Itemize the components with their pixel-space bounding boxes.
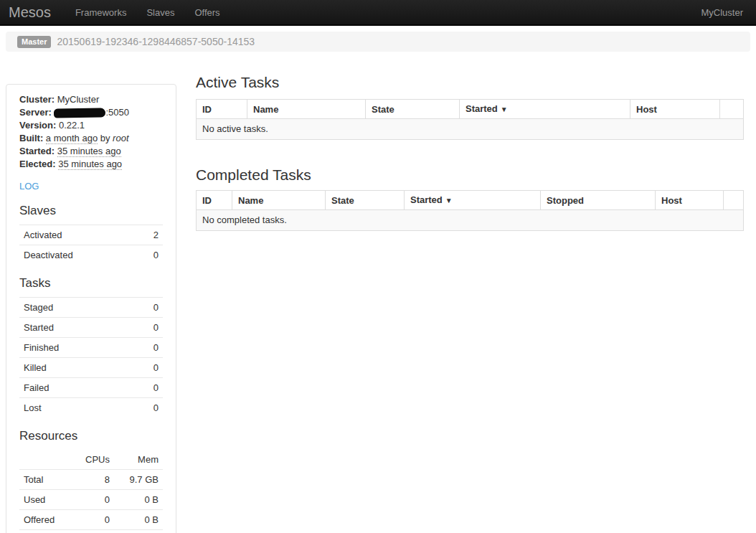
- column-header-started[interactable]: Started▼: [460, 100, 630, 119]
- resources-label: Idle: [19, 530, 77, 533]
- stat-row-killed: Killed0: [19, 358, 163, 378]
- version-value: 0.22.1: [59, 120, 85, 131]
- stat-label: Killed: [19, 358, 128, 378]
- stat-row-deactivated: Deactivated0: [19, 245, 163, 265]
- column-header-state[interactable]: State: [326, 191, 405, 210]
- version-label: Version:: [19, 120, 56, 131]
- resources-label: Used: [19, 490, 77, 510]
- stat-label: Started: [19, 318, 128, 338]
- header-row: IDNameStateStarted▼StoppedHost: [197, 191, 744, 210]
- column-header-name[interactable]: Name: [232, 191, 326, 210]
- cluster-value: MyCluster: [57, 94, 100, 105]
- stat-row-started: Started0: [19, 318, 163, 338]
- nav-item-offers[interactable]: Offers: [184, 7, 230, 18]
- column-header-spacer: [720, 100, 744, 119]
- breadcrumb: Master 20150619-192346-1298446857-5050-1…: [6, 32, 750, 52]
- column-header-state[interactable]: State: [366, 100, 460, 119]
- elected-label: Elected:: [19, 159, 56, 169]
- column-header-id[interactable]: ID: [197, 191, 232, 210]
- top-navbar: Mesos Frameworks Slaves Offers MyCluster: [0, 0, 756, 26]
- slaves-section-title: Slaves: [19, 204, 163, 218]
- master-badge: Master: [17, 36, 51, 48]
- stat-label: Activated: [19, 225, 135, 245]
- cluster-label: Cluster:: [19, 94, 55, 105]
- server-port: :5050: [105, 107, 129, 118]
- resources-header-mem: Mem: [114, 450, 163, 470]
- resources-mem: 9.7 GB: [114, 530, 163, 533]
- resources-label: Offered: [19, 510, 77, 530]
- version-line: Version: 0.22.1: [19, 119, 163, 132]
- resources-mem: 0 B: [114, 510, 163, 530]
- completed-tasks-table: IDNameStateStarted▼StoppedHostNo complet…: [196, 190, 744, 231]
- empty-state-message: No active tasks.: [197, 119, 744, 140]
- resources-row-offered: Offered00 B: [19, 510, 163, 530]
- resources-table: CPUsMemTotal89.7 GBUsed00 BOffered00 BId…: [19, 450, 163, 533]
- column-header-started[interactable]: Started▼: [405, 191, 541, 210]
- stat-value: 0: [128, 298, 163, 318]
- column-header-host[interactable]: Host: [630, 100, 720, 119]
- stat-value: 2: [135, 225, 163, 245]
- nav-item-frameworks[interactable]: Frameworks: [65, 7, 137, 18]
- column-header-spacer: [724, 191, 744, 210]
- stat-row-failed: Failed0: [19, 378, 163, 398]
- column-header-host[interactable]: Host: [656, 191, 724, 210]
- redacted-server-address: [54, 108, 105, 118]
- elected-value: 35 minutes ago: [58, 159, 122, 170]
- stat-value: 0: [128, 318, 163, 338]
- resources-row-idle: Idle89.7 GB: [19, 530, 163, 533]
- server-line: Server: :5050: [19, 106, 163, 119]
- stat-value: 0: [128, 378, 163, 398]
- resources-cpus: 8: [77, 470, 114, 490]
- resources-mem: 9.7 GB: [114, 470, 163, 490]
- resources-header-spacer: [19, 450, 77, 470]
- resources-mem: 0 B: [114, 490, 163, 510]
- column-header-id[interactable]: ID: [197, 100, 247, 119]
- active-tasks-title: Active Tasks: [196, 73, 743, 91]
- stat-label: Failed: [19, 378, 128, 398]
- stat-value: 0: [128, 358, 163, 378]
- stat-value: 0: [128, 398, 163, 418]
- stat-row-lost: Lost0: [19, 398, 163, 418]
- stat-row-staged: Staged0: [19, 298, 163, 318]
- master-info-panel: Cluster: MyCluster Server: :5050 Version…: [6, 84, 176, 533]
- cluster-name: MyCluster: [701, 7, 756, 18]
- empty-state-message: No completed tasks.: [197, 210, 744, 231]
- log-link[interactable]: LOG: [19, 181, 39, 192]
- resources-row-used: Used00 B: [19, 490, 163, 510]
- active-tasks-table: IDNameStateStarted▼HostNo active tasks.: [196, 99, 744, 140]
- sort-desc-icon: ▼: [445, 197, 453, 204]
- master-info: Cluster: MyCluster Server: :5050 Version…: [19, 93, 163, 171]
- cluster-line: Cluster: MyCluster: [19, 93, 163, 106]
- header-row: IDNameStateStarted▼Host: [197, 100, 744, 119]
- resources-label: Total: [19, 470, 77, 490]
- master-id: 20150619-192346-1298446857-5050-14153: [57, 36, 255, 47]
- resources-section-title: Resources: [19, 429, 163, 443]
- started-line: Started: 35 minutes ago: [19, 145, 163, 158]
- built-by: by: [100, 133, 110, 143]
- stat-label: Deactivated: [19, 245, 135, 265]
- nav-item-slaves[interactable]: Slaves: [136, 7, 184, 18]
- stat-row-finished: Finished0: [19, 338, 163, 358]
- resources-cpus: 0: [77, 510, 114, 530]
- resources-cpus: 8: [77, 530, 114, 533]
- column-header-name[interactable]: Name: [247, 100, 366, 119]
- built-line: Built: a month ago by root: [19, 132, 163, 145]
- stat-value: 0: [128, 338, 163, 358]
- started-value: 35 minutes ago: [57, 146, 121, 157]
- column-header-stopped[interactable]: Stopped: [541, 191, 656, 210]
- slaves-stat-table: Activated2Deactivated0: [19, 225, 163, 265]
- resources-cpus: 0: [77, 490, 114, 510]
- brand-mesos[interactable]: Mesos: [0, 4, 65, 21]
- built-label: Built:: [19, 133, 43, 143]
- stat-row-activated: Activated2: [19, 225, 163, 245]
- resources-header-cpus: CPUs: [77, 450, 114, 470]
- empty-state-row: No completed tasks.: [197, 210, 744, 231]
- resources-header-row: CPUsMem: [19, 450, 163, 470]
- tasks-stat-table: Staged0Started0Finished0Killed0Failed0Lo…: [19, 297, 163, 418]
- stat-label: Finished: [19, 338, 128, 358]
- built-user: root: [113, 133, 128, 143]
- stat-value: 0: [135, 245, 163, 265]
- started-label: Started:: [19, 146, 55, 156]
- stat-label: Staged: [19, 298, 128, 318]
- elected-line: Elected: 35 minutes ago: [19, 158, 163, 171]
